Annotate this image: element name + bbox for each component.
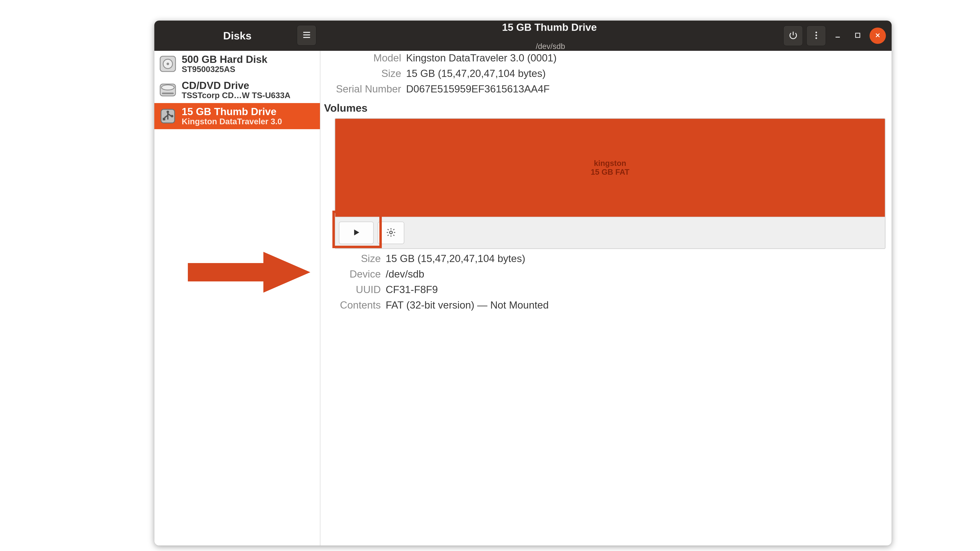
window-body: 500 GB Hard Disk ST9500325AS CD/DVD Driv… (154, 51, 892, 546)
drive-menu-button[interactable] (807, 25, 826, 46)
vol-size-label: Size (322, 252, 386, 265)
window-minimize-button[interactable] (829, 27, 846, 44)
usb-icon (158, 106, 178, 126)
power-button[interactable] (783, 25, 803, 46)
serial-value: D067E515959EF3615613AA4F (406, 83, 550, 95)
disk-item-optical[interactable]: CD/DVD Drive TSSTcorp CD…W TS-U633A (154, 77, 320, 103)
svg-point-21 (390, 231, 392, 233)
vol-uuid-value: CF31-F8F9 (386, 284, 438, 295)
disk-item-thumb-drive[interactable]: 15 GB Thumb Drive Kingston DataTraveler … (154, 103, 320, 129)
play-icon (351, 227, 361, 238)
svg-rect-18 (163, 118, 165, 121)
svg-point-4 (815, 35, 817, 36)
drive-details: Model Kingston DataTraveler 3.0 (0001) S… (320, 51, 892, 546)
svg-marker-20 (354, 229, 360, 235)
maximize-icon (854, 32, 861, 40)
gear-icon (386, 227, 396, 238)
vol-uuid-label: UUID (322, 284, 386, 295)
drive-title: 15 GB Thumb Drive (500, 21, 601, 42)
size-value: 15 GB (15,47,20,47,104 bytes) (406, 68, 546, 79)
volume-detail: 15 GB FAT (591, 168, 629, 176)
svg-rect-7 (856, 33, 860, 38)
model-label: Model (322, 52, 406, 64)
svg-point-19 (171, 115, 173, 118)
svg-point-12 (167, 63, 169, 65)
size-label: Size (322, 68, 406, 79)
model-value: Kingston DataTraveler 3.0 (0001) (406, 52, 557, 64)
drive-path: /dev/sdb (536, 42, 565, 51)
volume-name: kingston (594, 159, 626, 168)
volume-toolbar (335, 217, 885, 248)
vol-contents-value: FAT (32-bit version) — Not Mounted (386, 299, 549, 311)
app-title: Disks (154, 30, 320, 42)
hamburger-icon (302, 30, 312, 41)
svg-point-3 (815, 32, 817, 33)
vol-contents-label: Contents (322, 299, 386, 311)
kebab-icon (811, 30, 821, 41)
optical-icon (158, 80, 178, 100)
mount-button[interactable] (339, 222, 374, 244)
volume-settings-button[interactable] (378, 222, 404, 244)
app-menu-button[interactable] (297, 25, 316, 46)
disks-window: Disks 15 GB Thumb Drive /dev/sdb (154, 21, 892, 546)
disk-item-subtitle: Kingston DataTraveler 3.0 (182, 117, 316, 126)
disk-item-subtitle: TSSTcorp CD…W TS-U633A (182, 91, 316, 100)
disk-item-title: CD/DVD Drive (182, 80, 316, 91)
serial-label: Serial Number (322, 83, 406, 95)
svg-rect-15 (162, 93, 174, 94)
titlebar-right (781, 21, 892, 51)
titlebar-center: 15 GB Thumb Drive /dev/sdb (320, 21, 781, 51)
window-close-button[interactable] (870, 27, 886, 44)
volumes-panel: kingston 15 GB FAT (335, 118, 886, 249)
svg-point-5 (815, 37, 817, 39)
disk-item-hdd[interactable]: 500 GB Hard Disk ST9500325AS (154, 51, 320, 77)
vol-device-label: Device (322, 268, 386, 280)
titlebar: Disks 15 GB Thumb Drive /dev/sdb (154, 21, 892, 51)
disk-item-title: 15 GB Thumb Drive (182, 106, 316, 117)
svg-point-14 (162, 85, 174, 90)
disk-item-title: 500 GB Hard Disk (182, 54, 316, 65)
volume-block[interactable]: kingston 15 GB FAT (335, 119, 885, 217)
disk-item-subtitle: ST9500325AS (182, 65, 316, 74)
volume-details: Size 15 GB (15,47,20,47,104 bytes) Devic… (322, 252, 888, 311)
window-maximize-button[interactable] (850, 27, 866, 44)
power-icon (788, 30, 798, 41)
titlebar-left: Disks (154, 21, 320, 51)
hdd-icon (158, 54, 178, 74)
volumes-heading: Volumes (324, 102, 888, 114)
vol-device-value: /dev/sdb (386, 268, 424, 280)
disk-list: 500 GB Hard Disk ST9500325AS CD/DVD Driv… (154, 51, 320, 546)
vol-size-value: 15 GB (15,47,20,47,104 bytes) (386, 252, 525, 265)
minimize-icon (834, 32, 842, 40)
close-icon (874, 32, 881, 40)
